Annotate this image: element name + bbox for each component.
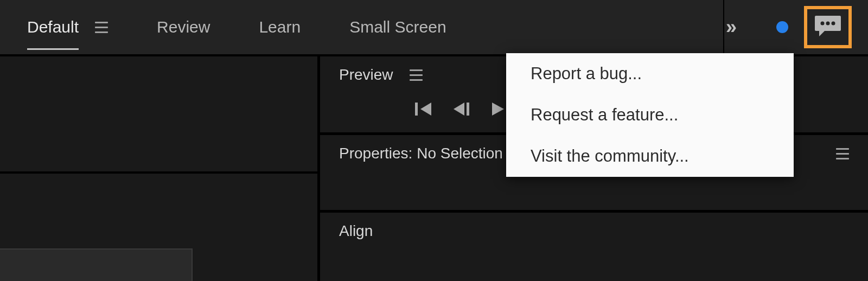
workspace-tab-small-screen[interactable]: Small Screen (349, 12, 446, 42)
preview-title: Preview (339, 66, 393, 84)
play-icon[interactable] (490, 101, 505, 119)
svg-marker-5 (420, 103, 431, 116)
left-panel-tab[interactable] (0, 248, 193, 281)
workspace-bar: Default Review Learn Small Screen » (0, 0, 868, 54)
toolbar-right: » (726, 6, 852, 48)
workspace-default-group: Default (27, 12, 108, 42)
svg-marker-6 (454, 103, 464, 116)
svg-point-1 (821, 22, 825, 25)
labs-button[interactable] (782, 18, 790, 36)
menu-item-request-feature[interactable]: Request a feature... (506, 94, 794, 136)
preview-menu-icon[interactable] (410, 69, 423, 81)
panel-divider (0, 171, 317, 174)
svg-rect-4 (415, 103, 418, 116)
svg-marker-8 (492, 103, 504, 116)
align-header: Align (320, 213, 868, 245)
feedback-dropdown: Report a bug... Request a feature... Vis… (506, 53, 794, 177)
toolbar-divider (723, 0, 724, 54)
svg-rect-7 (467, 103, 469, 116)
left-panel (0, 54, 320, 281)
properties-title: Properties: No Selection (339, 145, 503, 162)
svg-point-3 (832, 22, 835, 25)
workspace-tab-default[interactable]: Default (27, 12, 79, 42)
previous-frame-icon[interactable] (452, 101, 471, 119)
align-title: Align (339, 222, 373, 240)
menu-item-report-bug[interactable]: Report a bug... (506, 53, 794, 94)
workspace-tab-learn[interactable]: Learn (259, 12, 301, 42)
overflow-icon[interactable]: » (726, 16, 736, 39)
notification-badge (776, 21, 788, 33)
svg-point-2 (826, 22, 830, 25)
first-frame-icon[interactable] (415, 101, 433, 119)
feedback-button[interactable] (804, 6, 852, 48)
workspace-tab-review[interactable]: Review (157, 12, 210, 42)
align-panel: Align (320, 213, 868, 245)
workspace-menu-icon[interactable] (95, 22, 108, 33)
properties-menu-icon[interactable] (836, 148, 849, 159)
menu-item-visit-community[interactable]: Visit the community... (506, 136, 794, 177)
speech-bubble-icon (814, 15, 842, 40)
